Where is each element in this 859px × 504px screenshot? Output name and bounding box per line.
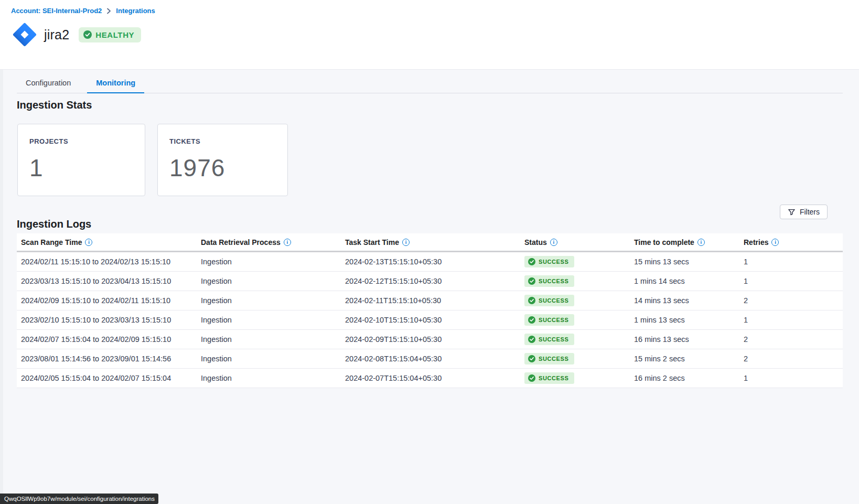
status-badge: SUCCESS (524, 275, 574, 287)
cell-status: SUCCESS (524, 256, 634, 267)
cell-data-retrieval-process: Ingestion (201, 296, 345, 305)
stat-cards: PROJECTS 1 TICKETS 1976 (17, 124, 288, 196)
status-label: SUCCESS (539, 356, 568, 362)
cell-retries: 2 (744, 335, 843, 344)
page-left-edge (0, 0, 3, 504)
status-badge: SUCCESS (524, 314, 574, 326)
info-icon[interactable]: i (284, 239, 291, 246)
status-label: SUCCESS (539, 259, 568, 265)
column-label: Status (524, 238, 547, 246)
status-badge: SUCCESS (524, 256, 574, 267)
column-header-data-retrieval-process: Data Retrieval Process i (201, 238, 345, 246)
status-label: SUCCESS (539, 375, 568, 381)
column-label: Time to complete (634, 238, 694, 246)
table-row[interactable]: 2023/02/10 15:15:10 to 2023/03/13 15:15:… (17, 310, 843, 330)
ingestion-logs-heading: Ingestion Logs (17, 218, 91, 230)
status-badge: SUCCESS (524, 334, 574, 345)
column-header-retries: Retries i (744, 238, 843, 246)
status-badge: SUCCESS (524, 295, 574, 306)
cell-retries: 1 (744, 374, 843, 382)
filter-funnel-icon (788, 208, 796, 216)
breadcrumb: Account: SEI-Internal-Prod2 Integrations (11, 7, 155, 15)
link-preview-status-bar: QwqOSllWp9ob7w/module/sei/configuration/… (0, 494, 158, 504)
column-label: Task Start Time (345, 238, 399, 246)
cell-status: SUCCESS (524, 372, 634, 384)
status-label: SUCCESS (539, 297, 568, 304)
table-row[interactable]: 2024/02/09 15:15:10 to 2024/02/11 15:15:… (17, 291, 843, 310)
check-circle-icon (528, 258, 535, 265)
stat-label: TICKETS (169, 137, 276, 145)
cell-retries: 2 (744, 296, 843, 305)
stat-label: PROJECTS (29, 137, 133, 145)
stat-card-projects: PROJECTS 1 (17, 124, 145, 196)
table-header-row: Scan Range Time i Data Retrieval Process… (17, 233, 843, 252)
cell-time-to-complete: 16 mins 13 secs (634, 335, 744, 344)
cell-data-retrieval-process: Ingestion (201, 374, 345, 382)
cell-scan-range-time: 2023/02/10 15:15:10 to 2023/03/13 15:15:… (21, 316, 201, 324)
stat-value: 1976 (169, 154, 276, 182)
cell-status: SUCCESS (524, 314, 634, 326)
check-circle-icon (528, 316, 535, 324)
cell-task-start-time: 2024-02-11T15:15:10+05:30 (345, 296, 524, 305)
cell-scan-range-time: 2024/02/11 15:15:10 to 2024/02/13 15:15:… (21, 258, 201, 266)
check-circle-icon (528, 374, 535, 382)
check-circle-icon (528, 277, 535, 285)
column-header-status: Status i (524, 238, 634, 246)
filters-button-label: Filters (800, 208, 820, 216)
cell-time-to-complete: 1 mins 14 secs (634, 277, 744, 285)
tab-monitoring[interactable]: Monitoring (87, 73, 144, 93)
cell-status: SUCCESS (524, 295, 634, 306)
table-row[interactable]: 2023/08/01 15:14:56 to 2023/09/01 15:14:… (17, 349, 843, 369)
column-header-time-to-complete: Time to complete i (634, 238, 744, 246)
cell-data-retrieval-process: Ingestion (201, 335, 345, 344)
cell-task-start-time: 2024-02-07T15:15:04+05:30 (345, 374, 524, 382)
tab-configuration[interactable]: Configuration (17, 73, 80, 93)
cell-time-to-complete: 1 mins 13 secs (634, 316, 744, 324)
cell-status: SUCCESS (524, 275, 634, 287)
cell-scan-range-time: 2023/03/13 15:15:10 to 2023/04/13 15:15:… (21, 277, 201, 285)
cell-scan-range-time: 2024/02/09 15:15:10 to 2024/02/11 15:15:… (21, 296, 201, 305)
cell-scan-range-time: 2023/08/01 15:14:56 to 2023/09/01 15:14:… (21, 355, 201, 363)
health-status-label: HEALTHY (95, 30, 134, 39)
info-icon[interactable]: i (85, 239, 92, 246)
column-header-task-start-time: Task Start Time i (345, 238, 524, 246)
status-label: SUCCESS (539, 317, 568, 323)
check-circle-icon (83, 30, 92, 39)
cell-time-to-complete: 15 mins 2 secs (634, 355, 744, 363)
check-circle-icon (528, 297, 535, 304)
cell-data-retrieval-process: Ingestion (201, 277, 345, 285)
table-row[interactable]: 2024/02/11 15:15:10 to 2024/02/13 15:15:… (17, 252, 843, 272)
breadcrumb-integrations-link[interactable]: Integrations (116, 7, 155, 15)
info-icon[interactable]: i (771, 239, 779, 246)
page-header: Account: SEI-Internal-Prod2 Integrations… (0, 0, 859, 70)
cell-task-start-time: 2024-02-10T15:15:10+05:30 (345, 316, 524, 324)
info-icon[interactable]: i (550, 239, 557, 246)
cell-scan-range-time: 2024/02/07 15:15:04 to 2024/02/09 15:15:… (21, 335, 201, 344)
cell-status: SUCCESS (524, 353, 634, 364)
check-circle-icon (528, 355, 535, 362)
stat-card-tickets: TICKETS 1976 (157, 124, 288, 196)
status-label: SUCCESS (539, 278, 568, 284)
breadcrumb-account-link[interactable]: Account: SEI-Internal-Prod2 (11, 7, 102, 15)
page-title: jira2 (44, 27, 69, 42)
cell-task-start-time: 2024-02-09T15:15:10+05:30 (345, 335, 524, 344)
jira-logo-icon (11, 21, 38, 48)
cell-retries: 1 (744, 316, 843, 324)
table-row[interactable]: 2023/03/13 15:15:10 to 2023/04/13 15:15:… (17, 272, 843, 291)
info-icon[interactable]: i (697, 239, 705, 246)
ingestion-logs-table: Scan Range Time i Data Retrieval Process… (17, 233, 843, 388)
cell-data-retrieval-process: Ingestion (201, 355, 345, 363)
column-label: Scan Range Time (21, 238, 82, 246)
column-label: Retries (744, 238, 768, 246)
filters-button[interactable]: Filters (780, 205, 828, 219)
cell-task-start-time: 2024-02-12T15:15:10+05:30 (345, 277, 524, 285)
ingestion-stats-heading: Ingestion Stats (17, 99, 92, 111)
table-row[interactable]: 2024/02/05 15:15:04 to 2024/02/07 15:15:… (17, 369, 843, 388)
table-row[interactable]: 2024/02/07 15:15:04 to 2024/02/09 15:15:… (17, 330, 843, 349)
cell-retries: 1 (744, 258, 843, 266)
cell-task-start-time: 2024-02-13T15:15:10+05:30 (345, 258, 524, 266)
cell-data-retrieval-process: Ingestion (201, 258, 345, 266)
status-label: SUCCESS (539, 336, 568, 342)
cell-time-to-complete: 16 mins 2 secs (634, 374, 744, 382)
info-icon[interactable]: i (402, 239, 410, 246)
